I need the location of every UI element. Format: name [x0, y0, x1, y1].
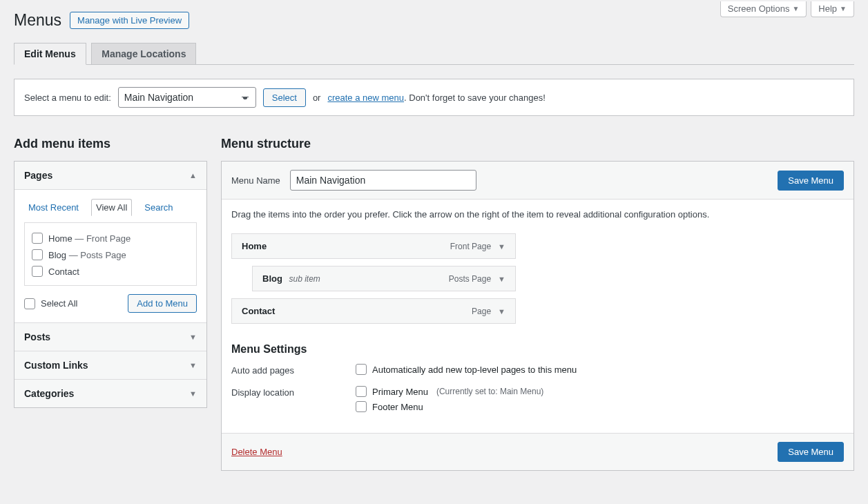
accordion-posts-title[interactable]: Posts ▼ [15, 322, 206, 351]
menu-footer: Delete Menu Save Menu [222, 433, 853, 470]
location-primary-note: (Currently set to: Main Menu) [436, 387, 543, 396]
menu-item-title: Home [242, 241, 267, 251]
caret-down-icon[interactable]: ▼ [498, 307, 505, 316]
caret-down-icon: ▼ [189, 333, 197, 341]
menu-body: Drag the items into the order you prefer… [222, 200, 853, 433]
page-label: Blog [48, 250, 66, 260]
pages-list: Home — Front Page Blog — Posts Page Cont… [24, 222, 197, 286]
caret-down-icon: ▼ [189, 389, 197, 398]
location-primary-checkbox[interactable] [356, 386, 367, 397]
menu-item-contact[interactable]: Contact Page ▼ [231, 298, 516, 324]
caret-down-icon[interactable]: ▼ [498, 242, 505, 251]
accordion-categories-label: Categories [24, 388, 74, 399]
auto-add-checkbox[interactable] [356, 364, 367, 375]
accordion-custom-links-label: Custom Links [24, 360, 88, 371]
caret-down-icon: ▼ [840, 5, 847, 12]
location-primary-text: Primary Menu [372, 387, 428, 397]
select-all-checkbox[interactable] [24, 298, 35, 309]
add-to-menu-button[interactable]: Add to Menu [128, 294, 197, 313]
reminder-text: . Don't forget to save your changes! [404, 93, 546, 103]
auto-add-option[interactable]: Automatically add new top-level pages to… [356, 364, 577, 375]
caret-up-icon: ▲ [189, 171, 197, 180]
display-location-label: Display location [231, 386, 356, 398]
accordion-categories: Categories ▼ [15, 379, 206, 407]
location-footer-text: Footer Menu [372, 402, 423, 412]
menu-edit-frame: Menu Name Save Menu Drag the items into … [221, 161, 854, 471]
page-title: Menus [14, 11, 61, 30]
menu-select-bar: Select a menu to edit: Main Navigation S… [14, 79, 854, 116]
accordion-pages-title[interactable]: Pages ▲ [15, 162, 206, 189]
page-suffix: — Front Page [73, 233, 131, 244]
save-menu-button-top[interactable]: Save Menu [778, 171, 844, 191]
inner-tab-view-all[interactable]: View All [91, 199, 132, 216]
menu-item-type: Posts Page [449, 274, 491, 284]
menu-settings: Menu Settings Auto add pages Automatical… [231, 343, 844, 416]
accordion-posts-label: Posts [24, 331, 50, 342]
auto-add-pages-label: Auto add pages [231, 364, 356, 376]
page-checkbox-contact[interactable] [32, 266, 43, 277]
help-label: Help [818, 3, 837, 14]
inner-tab-most-recent[interactable]: Most Recent [24, 200, 83, 215]
menu-item-blog[interactable]: Blog sub item Posts Page ▼ [252, 266, 516, 291]
delete-menu-link[interactable]: Delete Menu [231, 447, 282, 457]
pages-inner-tabs: Most Recent View All Search [24, 198, 197, 215]
menu-item-type: Front Page [450, 242, 491, 251]
page-checkbox-blog[interactable] [32, 249, 43, 260]
inner-tab-search[interactable]: Search [140, 200, 177, 215]
menu-item-title: Contact [242, 306, 275, 316]
tab-edit-menus[interactable]: Edit Menus [14, 43, 86, 65]
menu-name-input[interactable] [290, 170, 476, 191]
select-all-label: Select All [41, 298, 77, 309]
page-list-item[interactable]: Blog — Posts Page [32, 246, 189, 263]
menu-item-home[interactable]: Home Front Page ▼ [231, 233, 516, 259]
page-label: Contact [48, 266, 79, 277]
caret-down-icon: ▼ [792, 5, 799, 12]
menu-select[interactable]: Main Navigation [118, 87, 256, 108]
page-list-item[interactable]: Contact [32, 263, 189, 280]
create-menu-link[interactable]: create a new menu [327, 93, 404, 103]
menu-header: Menu Name Save Menu [222, 162, 853, 200]
drag-instructions: Drag the items into the order you prefer… [231, 209, 844, 220]
page-list-item[interactable]: Home — Front Page [32, 230, 189, 246]
menu-item-type: Page [472, 307, 491, 316]
menu-item-title: Blog [262, 273, 282, 284]
menu-settings-heading: Menu Settings [231, 343, 844, 356]
add-menu-items-heading: Add menu items [14, 137, 207, 151]
live-preview-button[interactable]: Manage with Live Preview [70, 12, 189, 29]
screen-options-button[interactable]: Screen Options ▼ [720, 1, 807, 17]
page-checkbox-home[interactable] [32, 233, 43, 244]
location-footer-checkbox[interactable] [356, 401, 367, 412]
accordion-pages-label: Pages [24, 170, 52, 181]
select-all-row[interactable]: Select All [24, 298, 77, 309]
auto-add-option-text: Automatically add new top-level pages to… [372, 365, 577, 375]
add-items-accordion: Pages ▲ Most Recent View All Search H [14, 161, 207, 408]
screen-options-label: Screen Options [728, 3, 790, 14]
menu-structure-heading: Menu structure [221, 137, 854, 151]
pages-controls: Select All Add to Menu [24, 294, 197, 313]
create-menu-group: create a new menu. Don't forget to save … [327, 93, 545, 103]
location-primary-option[interactable]: Primary Menu (Currently set to: Main Men… [356, 386, 543, 397]
caret-down-icon: ▼ [189, 361, 197, 369]
tab-manage-locations[interactable]: Manage Locations [91, 43, 196, 64]
page-label: Home [48, 233, 73, 244]
save-menu-button-bottom[interactable]: Save Menu [778, 442, 844, 462]
accordion-posts: Posts ▼ [15, 322, 206, 351]
accordion-pages: Pages ▲ Most Recent View All Search H [15, 162, 206, 322]
top-options: Screen Options ▼ Help ▼ [720, 1, 854, 17]
help-button[interactable]: Help ▼ [811, 1, 854, 17]
menu-items-list: Home Front Page ▼ Blog sub item [231, 233, 516, 324]
caret-down-icon[interactable]: ▼ [498, 275, 505, 283]
accordion-categories-title[interactable]: Categories ▼ [15, 379, 206, 407]
accordion-pages-content: Most Recent View All Search Home — Front… [15, 189, 206, 322]
accordion-custom-links: Custom Links ▼ [15, 351, 206, 379]
or-text: or [313, 93, 321, 103]
select-menu-label: Select a menu to edit: [24, 93, 111, 103]
page-suffix: — Posts Page [66, 250, 126, 260]
nav-tabs: Edit Menus Manage Locations [14, 42, 854, 65]
menu-item-subnote: sub item [289, 274, 320, 284]
menu-name-label: Menu Name [231, 175, 280, 186]
accordion-custom-links-title[interactable]: Custom Links ▼ [15, 351, 206, 379]
select-menu-button[interactable]: Select [263, 88, 306, 107]
location-footer-option[interactable]: Footer Menu [356, 401, 543, 412]
